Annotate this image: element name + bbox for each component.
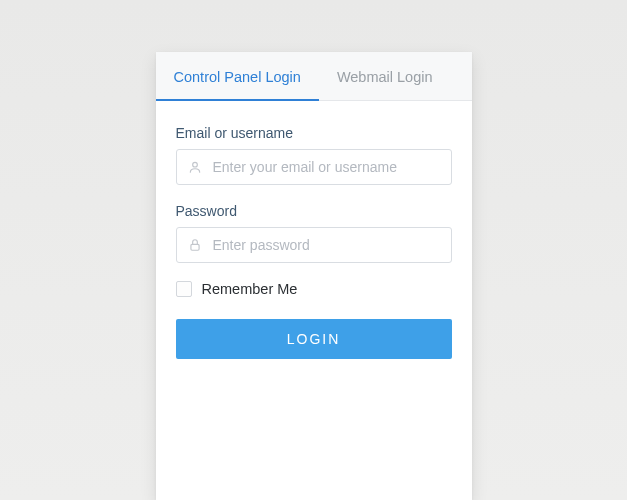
svg-point-0: [192, 162, 197, 167]
tab-webmail[interactable]: Webmail Login: [319, 52, 451, 100]
login-button[interactable]: LOGIN: [176, 319, 452, 359]
lock-icon: [188, 238, 202, 252]
login-card: Control Panel Login Webmail Login Email …: [156, 52, 472, 500]
password-input[interactable]: [176, 227, 452, 263]
tab-control-panel[interactable]: Control Panel Login: [156, 52, 319, 100]
username-input-wrap: [176, 149, 452, 185]
login-form-body: Email or username Password Remembe: [156, 101, 472, 381]
username-label: Email or username: [176, 125, 452, 141]
user-icon: [188, 160, 202, 174]
remember-me-label: Remember Me: [202, 281, 298, 297]
login-tabs: Control Panel Login Webmail Login: [156, 52, 472, 101]
svg-rect-1: [190, 244, 198, 250]
remember-me-row: Remember Me: [176, 281, 452, 297]
username-input[interactable]: [176, 149, 452, 185]
remember-me-checkbox[interactable]: [176, 281, 192, 297]
password-input-wrap: [176, 227, 452, 263]
password-label: Password: [176, 203, 452, 219]
